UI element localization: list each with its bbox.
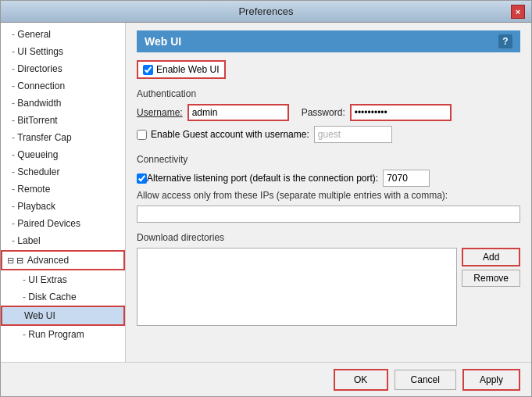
enable-webui-label: Enable Web UI [156,64,220,75]
remove-button[interactable]: Remove [462,270,520,287]
sidebar-item-run-program[interactable]: Run Program [1,326,125,343]
sidebar-item-bittorrent[interactable]: BitTorrent [1,112,125,129]
panel-title: Web UI [145,35,181,48]
alt-port-input[interactable] [383,170,430,187]
sidebar-item-label[interactable]: Label [1,232,125,249]
username-label: Username: [137,107,183,118]
connectivity-label: Connectivity [137,154,520,165]
content-area: General UI Settings Directories Connecti… [1,23,531,362]
sidebar-item-general[interactable]: General [1,26,125,43]
web-ui-label: Web UI [24,310,55,321]
guest-checkbox-row: Enable Guest account with username: [137,126,520,143]
sidebar-item-remote[interactable]: Remote [1,181,125,198]
username-row: Username: Password: [137,104,520,121]
guest-checkbox-label: Enable Guest account with username: [151,129,309,140]
sidebar-item-bandwidth[interactable]: Bandwidth [1,95,125,112]
password-input[interactable] [350,104,452,121]
title-bar: Preferences × [1,1,531,23]
username-input[interactable] [187,104,289,121]
main-panel: Web UI ? Enable Web UI Authentication Us… [126,23,531,362]
sidebar-item-transfer-cap[interactable]: Transfer Cap [1,129,125,146]
advanced-label: Advanced [27,255,69,266]
close-button[interactable]: × [511,5,525,19]
sidebar-item-connection[interactable]: Connection [1,77,125,95]
alt-port-row: Alternative listening port (default is t… [137,170,520,187]
window-title: Preferences [21,5,511,17]
enable-webui-row: Enable Web UI [137,60,226,79]
password-label: Password: [302,107,345,118]
panel-header: Web UI ? [137,30,520,52]
sidebar-item-web-ui[interactable]: Web UI [1,306,125,326]
cancel-button[interactable]: Cancel [395,370,456,390]
bottom-bar: OK Cancel Apply [1,362,531,396]
dirs-buttons: Add Remove [462,248,520,326]
connectivity-section: Connectivity Alternative listening port … [137,151,520,223]
auth-section-label: Authentication [137,88,520,99]
sidebar-item-disk-cache[interactable]: Disk Cache [1,288,125,306]
sidebar-item-advanced[interactable]: ⊟ Advanced [1,250,125,270]
dirs-list[interactable] [137,248,457,326]
sidebar-item-ui-settings[interactable]: UI Settings [1,43,125,60]
dirs-row: Add Remove [137,248,520,326]
alt-port-checkbox[interactable] [137,173,147,184]
download-dirs-section: Download directories Add Remove [137,229,520,354]
help-icon[interactable]: ? [498,34,512,48]
enable-webui-checkbox[interactable] [143,65,153,75]
preferences-window: Preferences × General UI Settings Direct… [0,0,532,397]
add-button[interactable]: Add [462,248,520,266]
alt-port-label: Alternative listening port (default is t… [147,173,378,184]
ok-button[interactable]: OK [334,369,388,391]
allow-ips-input[interactable] [137,206,520,223]
apply-button[interactable]: Apply [462,369,520,391]
sidebar-item-scheduler[interactable]: Scheduler [1,163,125,181]
sidebar-item-paired-devices[interactable]: Paired Devices [1,215,125,232]
sidebar-item-playback[interactable]: Playback [1,198,125,215]
download-dirs-label: Download directories [137,232,520,243]
sidebar: General UI Settings Directories Connecti… [1,23,126,362]
sidebar-item-ui-extras[interactable]: UI Extras [1,271,125,288]
guest-checkbox[interactable] [137,130,147,140]
guest-input[interactable] [314,126,392,143]
sidebar-item-queueing[interactable]: Queueing [1,146,125,163]
sidebar-item-directories[interactable]: Directories [1,60,125,77]
expand-icon: ⊟ [16,256,23,265]
allow-ips-label: Allow access only from these IPs (separa… [137,190,520,201]
